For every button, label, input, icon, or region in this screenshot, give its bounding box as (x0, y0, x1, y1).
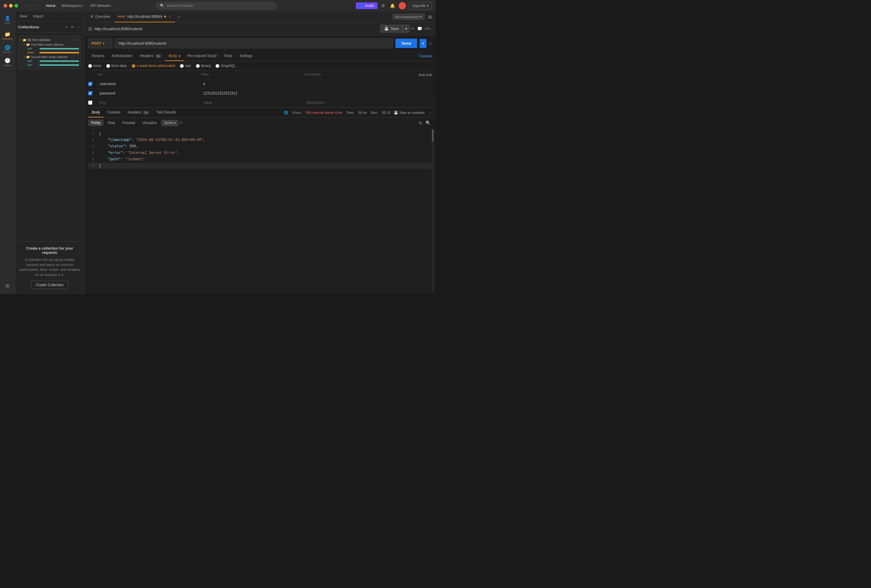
body-option-urlencoded[interactable]: x-www-form-urlencoded (132, 64, 175, 68)
username-checkbox[interactable] (88, 82, 92, 86)
view-tab-pretty[interactable]: Pretty (88, 120, 103, 126)
sidebar-item-new-collection[interactable]: ⊞ (1, 280, 13, 292)
tab-post-request[interactable]: POST http://localhost:8080/s ✕ (114, 12, 175, 22)
folder1-req2-row[interactable]: POST (27, 51, 79, 55)
tab-overview[interactable]: ⊞ Overview (87, 12, 114, 22)
collection-more-icon[interactable]: ··· (77, 38, 79, 42)
save-icon: 💾 (394, 111, 398, 115)
folder2-req2-row[interactable]: GET (27, 63, 79, 67)
resp-tab-body[interactable]: Body (88, 108, 103, 117)
nav-back-button[interactable]: ← (23, 2, 31, 9)
add-tab-button[interactable]: + (176, 12, 182, 22)
empty-value-cell[interactable]: Value (201, 99, 304, 106)
edit-icon-button[interactable]: ✏ (410, 25, 416, 32)
home-nav-link[interactable]: Home (43, 2, 58, 9)
code-line-5: 5 "path": "/submit" (88, 156, 432, 163)
save-dropdown-button[interactable]: ▾ (403, 25, 410, 33)
folder2-row[interactable]: ▾ 📂 Second folder inside collection (24, 55, 79, 59)
bulk-edit-button[interactable]: Bulk Edit (419, 73, 432, 77)
sidebar-item-collections[interactable]: 📁 Collections (1, 30, 13, 42)
save-button[interactable]: 💾 Save (380, 25, 403, 33)
code-icon-button[interactable]: </> (424, 25, 432, 32)
form-more-button[interactable]: ··· (413, 72, 417, 77)
resp-tab-test-results[interactable]: Test Results (153, 108, 180, 117)
collection-star-icon[interactable]: ★ (73, 39, 75, 41)
expand-panel-btn[interactable]: › (16, 71, 83, 78)
folder1-row[interactable]: ▾ 📂 First folder inside collection (24, 42, 79, 47)
tab-pre-request-script[interactable]: Pre-request Script (184, 51, 220, 61)
form-row-password: password 12312312312312312 (84, 89, 436, 98)
minimize-button[interactable] (9, 4, 13, 7)
resp-tab-cookies[interactable]: Cookies (103, 108, 124, 117)
body-option-graphql[interactable]: GraphQL (216, 64, 235, 68)
tab-headers[interactable]: Headers (8) (136, 51, 165, 61)
settings-button[interactable]: ⚙ (380, 2, 386, 9)
search-response-button[interactable]: 🔍 (424, 120, 432, 126)
copy-response-button[interactable]: ⧉ (418, 120, 423, 126)
url-input[interactable] (115, 38, 393, 48)
filter-collections-button[interactable]: ≡ (70, 24, 74, 30)
import-button[interactable]: Import (31, 13, 45, 19)
view-tab-preview[interactable]: Preview (119, 120, 138, 126)
empty-row-checkbox[interactable] (88, 100, 92, 105)
layout-toggle-button[interactable]: ⊞ (427, 13, 433, 21)
password-key-cell[interactable]: password (97, 90, 201, 97)
tab-body[interactable]: Body (165, 51, 184, 61)
traffic-lights (4, 4, 18, 7)
password-desc-cell[interactable] (304, 92, 408, 94)
expand-icon[interactable]: › (81, 72, 82, 76)
username-value-cell[interactable]: a (201, 81, 304, 87)
username-key-cell[interactable]: username (97, 81, 201, 87)
notifications-button[interactable]: 🔔 (389, 2, 396, 9)
close-button[interactable] (4, 4, 7, 7)
headers-count-badge: (8) (155, 54, 162, 58)
tab-tests[interactable]: Tests (220, 51, 236, 61)
filter-icon[interactable]: ⊟ (180, 121, 183, 125)
new-button[interactable]: New (18, 13, 29, 19)
response-view-tabs: Pretty Raw Preview Visualize JSON ▾ ⊟ ⧉ … (84, 118, 436, 128)
folder2-req1-row[interactable]: GET (27, 59, 79, 63)
sidebar-item-history[interactable]: 🕐 History (1, 56, 13, 68)
code-line-1: 1 { (88, 131, 432, 137)
body-option-binary[interactable]: binary (196, 64, 211, 68)
sidebar-item-environments[interactable]: 🌐 Environ... (1, 43, 13, 55)
environment-selector[interactable]: No environment ▾ (393, 13, 425, 20)
add-collection-button[interactable]: + (64, 24, 68, 30)
tab-settings[interactable]: Settings (236, 51, 256, 61)
body-option-none[interactable]: none (88, 64, 102, 68)
time-label: Time: (346, 111, 354, 114)
save-example-button[interactable]: 💾 Save as example (394, 111, 425, 115)
send-button[interactable]: Send (395, 39, 417, 48)
cookies-link[interactable]: Cookies (419, 54, 432, 58)
json-format-selector[interactable]: JSON ▾ (161, 120, 178, 126)
invite-button[interactable]: 👤 Invite (356, 2, 377, 9)
view-tab-raw[interactable]: Raw (105, 120, 118, 126)
workspaces-nav-link[interactable]: Workspaces ▾ (59, 2, 86, 9)
response-more-button[interactable]: ··· (428, 110, 432, 115)
username-desc-cell[interactable] (304, 83, 408, 85)
body-option-raw[interactable]: raw (180, 64, 191, 68)
empty-desc-cell[interactable]: Description (304, 99, 408, 106)
maximize-button[interactable] (15, 4, 18, 7)
upgrade-button[interactable]: Upgrade ▾ (409, 2, 432, 9)
avatar[interactable] (399, 2, 406, 9)
tab-close-icon[interactable]: ✕ (168, 15, 171, 18)
send-dropdown-button[interactable]: ▾ (419, 39, 427, 48)
view-tab-visualize[interactable]: Visualize (139, 120, 160, 126)
resp-tab-headers[interactable]: Headers (4) (124, 108, 153, 117)
tab-authorization[interactable]: Authorization (108, 51, 136, 61)
comment-icon-button[interactable]: 💬 (416, 25, 424, 32)
more-collections-button[interactable]: ··· (76, 24, 81, 30)
api-network-nav-link[interactable]: API Network ▾ (88, 2, 115, 9)
password-checkbox[interactable] (88, 91, 92, 96)
folder1-req1-row[interactable]: GET (27, 47, 79, 51)
method-selector[interactable]: POST ▾ (88, 39, 112, 48)
body-option-form-data[interactable]: form-data (106, 64, 127, 68)
collection-row[interactable]: ▾ 📁 My first collection ★ ··· (20, 38, 79, 42)
password-value-cell[interactable]: 12312312312312312 (201, 90, 304, 97)
empty-key-cell[interactable]: Key (97, 99, 201, 106)
create-collection-button[interactable]: Create Collection (31, 281, 68, 289)
nav-forward-button[interactable]: → (33, 2, 41, 9)
tab-params[interactable]: Params (88, 51, 108, 61)
search-bar[interactable]: 🔍 Search Postman (156, 2, 277, 9)
